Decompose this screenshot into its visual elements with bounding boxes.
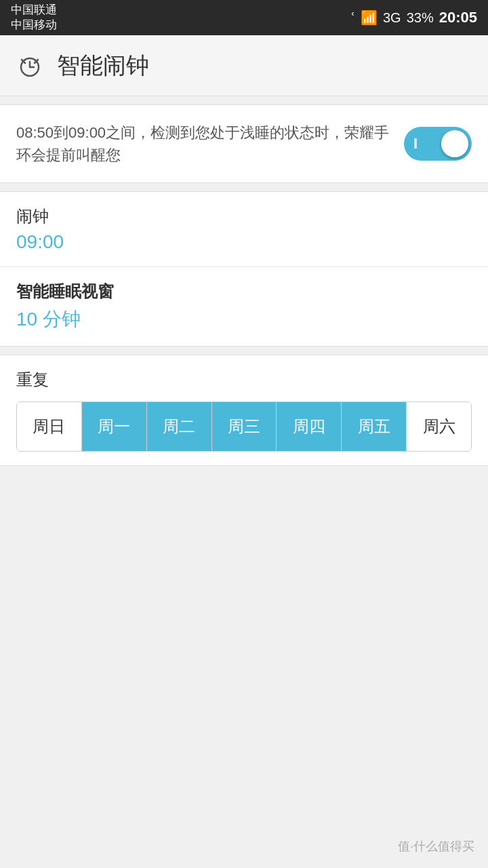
info-section: 08:50到09:00之间，检测到您处于浅睡的状态时，荣耀手环会提前叫醒您 I: [0, 104, 488, 183]
battery-label: 33%: [407, 10, 434, 26]
watermark: 值·什么值得买: [398, 838, 474, 854]
days-selector: 周日周一周二周三周四周五周六: [16, 401, 472, 452]
settings-container: 闹钟 09:00 智能睡眠视窗 10 分钟: [0, 191, 488, 347]
status-bar: 中国联通 中国移动 ʿ︎ 📶 3G 33% 20:05: [0, 0, 488, 35]
main-content: 08:50到09:00之间，检测到您处于浅睡的状态时，荣耀手环会提前叫醒您 I …: [0, 104, 488, 466]
bluetooth-icon: ʿ︎: [351, 9, 355, 26]
day-button-周二[interactable]: 周二: [147, 402, 212, 451]
toggle-switch[interactable]: I: [404, 127, 472, 161]
signal-label: 3G: [383, 10, 401, 26]
repeat-section: 重复 周日周一周二周三周四周五周六: [0, 355, 488, 466]
day-button-周三[interactable]: 周三: [212, 402, 277, 451]
sleep-window-value: 10 分钟: [16, 307, 472, 332]
day-button-周四[interactable]: 周四: [277, 402, 342, 451]
repeat-label: 重复: [16, 369, 472, 391]
alarm-label: 闹钟: [16, 205, 472, 227]
carrier-info: 中国联通 中国移动: [11, 3, 57, 33]
day-button-周六[interactable]: 周六: [407, 402, 471, 451]
wifi-icon: 📶: [361, 9, 378, 26]
page-title: 智能闹钟: [57, 50, 149, 81]
app-header: 智能闹钟: [0, 35, 488, 96]
sleep-window-label: 智能睡眠视窗: [16, 281, 472, 302]
carrier2: 中国移动: [11, 18, 57, 33]
clock-display: 20:05: [439, 9, 477, 26]
sleep-window-setting[interactable]: 智能睡眠视窗 10 分钟: [0, 267, 488, 346]
alarm-setting[interactable]: 闹钟 09:00: [0, 192, 488, 267]
day-button-周一[interactable]: 周一: [82, 402, 147, 451]
alarm-clock-icon: [16, 52, 43, 79]
toggle-knob: [441, 130, 468, 157]
carrier1: 中国联通: [11, 3, 57, 18]
day-button-周五[interactable]: 周五: [342, 402, 407, 451]
status-right: ʿ︎ 📶 3G 33% 20:05: [351, 9, 477, 26]
day-button-周日[interactable]: 周日: [17, 402, 82, 451]
alarm-value: 09:00: [16, 231, 472, 253]
info-description: 08:50到09:00之间，检测到您处于浅睡的状态时，荣耀手环会提前叫醒您: [16, 121, 404, 166]
smart-alarm-toggle[interactable]: I: [404, 127, 472, 161]
toggle-label: I: [413, 135, 418, 153]
